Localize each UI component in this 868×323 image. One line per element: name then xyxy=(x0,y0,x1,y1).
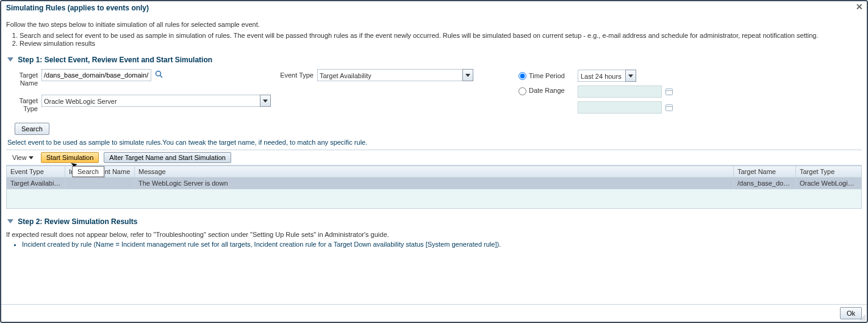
event-type-dropdown-button[interactable] xyxy=(462,69,473,81)
target-type-combo[interactable]: Oracle WebLogic Server xyxy=(41,95,271,107)
view-menu-label: View xyxy=(12,154,27,161)
cell-event-type: Target Availability xyxy=(7,178,65,189)
results-toolbar: View Start Simulation Alter Target Name … xyxy=(6,150,862,165)
target-name-input[interactable] xyxy=(41,69,151,81)
step1-title: Step 1: Select Event, Review Event and S… xyxy=(18,56,212,64)
col-message[interactable]: Message xyxy=(135,166,734,178)
simulation-result-item: Incident created by rule (Name = Inciden… xyxy=(22,241,862,248)
lookup-icon[interactable] xyxy=(154,69,165,80)
date-range-radio[interactable] xyxy=(518,87,526,95)
dialog-title: Simulating Rules (applies to events only… xyxy=(6,4,149,12)
intro-text: Follow the two steps below to initiate s… xyxy=(6,21,862,28)
target-name-label: Target Name xyxy=(6,69,41,87)
chevron-down-icon xyxy=(465,74,470,77)
alter-target-start-simulation-button[interactable]: Alter Target Name and Start Simulation xyxy=(104,152,231,163)
cell-internal-event-name xyxy=(65,178,135,189)
table-empty-area xyxy=(6,189,862,209)
simulating-rules-dialog: Simulating Rules (applies to events only… xyxy=(0,0,868,323)
event-type-combo[interactable]: Target Availability xyxy=(317,69,473,81)
events-table: Event Type Internal Event Name Message T… xyxy=(6,165,862,189)
start-simulation-button[interactable]: Start Simulation xyxy=(41,152,99,163)
intro-step-2: Review simulation results xyxy=(20,40,862,47)
simulation-results-list: Incident created by rule (Name = Inciden… xyxy=(22,241,862,248)
svg-rect-2 xyxy=(666,89,673,95)
intro-step-1: Search and select for event to be used a… xyxy=(20,32,862,39)
form-col-2: Event Type Target Availability xyxy=(274,68,518,115)
target-type-dropdown-button[interactable] xyxy=(260,95,271,107)
dialog-body: Follow the two steps below to initiate s… xyxy=(1,15,867,253)
cell-target-type: Oracle WebLogic S… xyxy=(796,178,862,189)
event-type-label: Event Type xyxy=(274,69,317,79)
calendar-icon[interactable] xyxy=(664,103,674,112)
disclosure-triangle-icon[interactable] xyxy=(7,57,13,62)
col-event-type[interactable]: Event Type xyxy=(7,166,65,178)
view-menu[interactable]: View xyxy=(10,153,36,162)
col-internal-event-name[interactable]: Internal Event Name xyxy=(65,166,135,178)
step2-note: If expected result does not appear below… xyxy=(6,231,862,238)
table-row[interactable]: Target Availability The WebLogic Server … xyxy=(7,178,862,189)
svg-point-0 xyxy=(156,71,161,76)
col-target-type[interactable]: Target Type xyxy=(796,166,862,178)
step2-section: Step 2: Review Simulation Results If exp… xyxy=(6,215,862,248)
close-icon[interactable]: ✕ xyxy=(856,2,863,11)
target-type-value: Oracle WebLogic Server xyxy=(41,95,260,107)
dialog-footer: Ok xyxy=(1,304,867,322)
cell-target-name: /dans_base_domai… xyxy=(734,178,796,189)
form-col-3: Time Period Last 24 hours Date Range xyxy=(518,68,862,115)
event-type-value: Target Availability xyxy=(317,69,462,81)
target-type-label: Target Type xyxy=(6,95,41,113)
calendar-icon[interactable] xyxy=(664,87,674,96)
search-button[interactable]: Search xyxy=(15,123,49,135)
time-period-value[interactable]: Last 24 hours xyxy=(578,70,625,82)
time-period-dropdown-button[interactable] xyxy=(625,70,636,82)
date-range-to-input[interactable] xyxy=(578,101,662,114)
dialog-title-bar: Simulating Rules (applies to events only… xyxy=(1,1,867,15)
search-form: Target Name Target Type Oracle WebLogic … xyxy=(6,67,862,119)
form-col-1: Target Name Target Type Oracle WebLogic … xyxy=(6,68,274,115)
date-range-from-input[interactable] xyxy=(578,85,662,98)
step2-header: Step 2: Review Simulation Results xyxy=(6,215,862,228)
step1-header: Step 1: Select Event, Review Event and S… xyxy=(6,53,862,67)
step2-title: Step 2: Review Simulation Results xyxy=(18,217,137,226)
resize-grip-icon[interactable] xyxy=(858,313,866,321)
chevron-down-icon xyxy=(628,74,633,78)
time-period-radio[interactable] xyxy=(518,72,526,80)
disclosure-triangle-icon[interactable] xyxy=(7,219,13,223)
table-header-row: Event Type Internal Event Name Message T… xyxy=(7,166,862,178)
intro-steps-list: Search and select for event to be used a… xyxy=(20,32,862,47)
svg-line-1 xyxy=(160,76,163,78)
date-range-inputs xyxy=(578,85,674,114)
time-period-label: Time Period xyxy=(529,72,578,79)
svg-rect-4 xyxy=(666,105,673,111)
chevron-down-icon xyxy=(263,100,268,103)
select-event-instruction: Select event to be used as sample to sim… xyxy=(7,139,862,146)
col-target-name[interactable]: Target Name xyxy=(734,166,796,178)
chevron-down-icon xyxy=(29,156,34,159)
cell-message: The WebLogic Server is down xyxy=(135,178,734,189)
date-range-label: Date Range xyxy=(529,85,578,94)
